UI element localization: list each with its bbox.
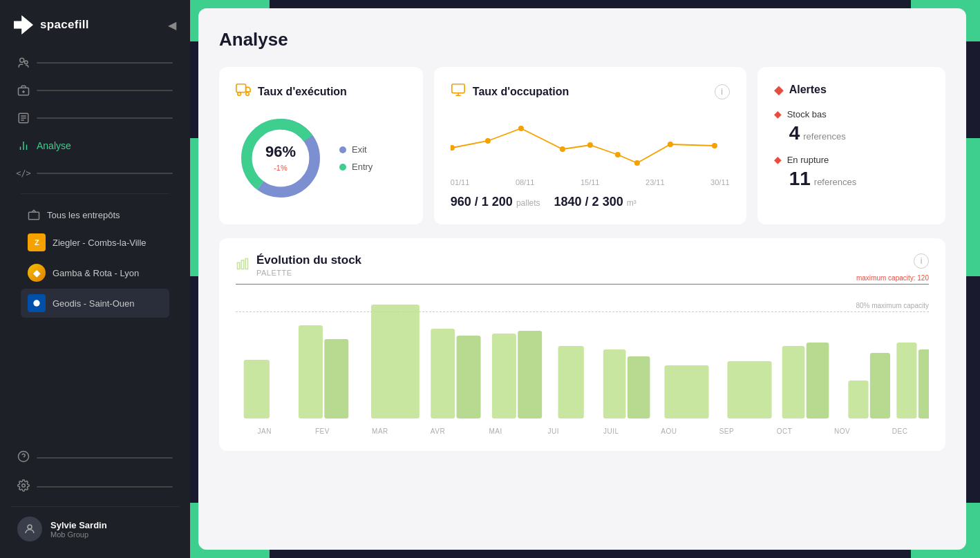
alert-stock-bas-title: Stock bas xyxy=(787,109,827,119)
svg-rect-42 xyxy=(324,339,348,418)
alert-rupture-label: references xyxy=(814,177,856,187)
metric-m3-unit: m³ xyxy=(627,198,637,208)
sidebar: spacefill ◀ Analyse xyxy=(0,0,190,558)
occupation-icon xyxy=(451,82,466,101)
user-company: Mob Group xyxy=(50,530,107,539)
alerts-title: Alertes xyxy=(789,84,827,96)
settings-button[interactable] xyxy=(10,474,180,500)
svg-rect-48 xyxy=(558,346,584,418)
metric-pallets-unit: pallets xyxy=(516,198,540,208)
svg-rect-57 xyxy=(896,343,916,418)
alert-rupture-count: 11 xyxy=(789,168,811,190)
warehouse-geodis-avatar: G xyxy=(28,294,46,312)
donut-change: -1% xyxy=(274,164,288,172)
chart-label-4: 23/11 xyxy=(646,178,665,186)
line-chart-area: 01/11 08/11 15/11 23/11 30/11 960 / 1 20… xyxy=(451,113,730,209)
warehouse-item-ziegler[interactable]: Z Ziegler - Combs-la-Ville xyxy=(21,228,169,257)
occupation-info-button[interactable]: i xyxy=(715,84,730,99)
warehouse-item-gamba[interactable]: ◆ Gamba & Rota - Lyon xyxy=(21,258,169,287)
alert-rupture-title: En rupture xyxy=(787,155,829,165)
svg-rect-44 xyxy=(431,329,455,418)
bar-chart-inner: maximum capacity: 120 80% maximum capaci… xyxy=(236,284,929,422)
analyse-icon xyxy=(17,140,30,152)
entry-label: Entry xyxy=(352,162,373,172)
user-profile[interactable]: Sylvie Sardin Mob Group xyxy=(10,506,180,551)
user-name: Sylvie Sardin xyxy=(50,520,107,530)
sidebar-item-packages[interactable] xyxy=(10,77,180,104)
svg-point-35 xyxy=(668,142,673,147)
alerts-card: ◆ Alertes ◆ Stock bas 4 references ◆ En … xyxy=(757,67,945,224)
svg-rect-53 xyxy=(782,346,805,418)
svg-point-17 xyxy=(22,484,26,488)
packages-icon xyxy=(17,84,30,97)
svg-point-20 xyxy=(238,93,241,96)
svg-rect-51 xyxy=(664,365,708,418)
svg-point-21 xyxy=(246,93,249,96)
donut-legend: Exit Entry xyxy=(339,144,373,172)
collapse-button[interactable]: ◀ xyxy=(168,19,176,32)
alert-rupture-count-row: 11 references xyxy=(774,168,929,190)
max-capacity-line xyxy=(236,284,929,285)
bars-svg xyxy=(236,284,929,422)
svg-rect-55 xyxy=(848,381,868,418)
svg-rect-56 xyxy=(870,353,890,418)
chart-label-5: 30/11 xyxy=(710,178,730,186)
bar-label-oct: OCT xyxy=(755,427,813,435)
warehouse-item-all[interactable]: Tous les entrepôts xyxy=(21,203,169,227)
bar-label-jan: JAN xyxy=(236,427,294,435)
sidebar-item-users[interactable] xyxy=(10,50,180,76)
warehouse-item-geodis[interactable]: G Geodis - Saint-Ouen xyxy=(21,289,169,318)
alerts-icon: ◆ xyxy=(774,82,784,97)
svg-rect-12 xyxy=(29,212,39,220)
metric-pallets-value: 960 / 1 200 pallets xyxy=(451,195,540,209)
alert-rupture-header: ◆ En rupture xyxy=(774,154,929,165)
logo-text: spacefill xyxy=(40,18,89,32)
svg-point-34 xyxy=(634,160,640,166)
donut-center: 96% -1% xyxy=(265,143,296,173)
chart-label-3: 15/11 xyxy=(581,178,600,186)
sidebar-item-api[interactable]: </> xyxy=(10,160,180,186)
help-icon xyxy=(17,450,30,465)
main-content: Analyse Taux d'exécution xyxy=(198,8,966,550)
chart-metrics: 960 / 1 200 pallets 1840 / 2 300 m³ xyxy=(451,195,730,209)
cards-row: Taux d'exécution 96% -1% xyxy=(219,67,945,224)
alert-stock-bas-count-row: 4 references xyxy=(774,122,929,144)
alert-stock-bas-count: 4 xyxy=(789,122,800,144)
svg-point-1 xyxy=(25,61,28,64)
logo-area: spacefill ◀ xyxy=(0,0,190,50)
svg-point-36 xyxy=(712,143,717,148)
svg-rect-45 xyxy=(457,336,481,418)
entry-dot xyxy=(339,164,346,171)
chart-x-labels: 01/11 08/11 15/11 23/11 30/11 xyxy=(451,178,730,186)
stock-chart-icon xyxy=(236,257,249,273)
page-title: Analyse xyxy=(219,29,945,50)
line-chart-svg xyxy=(451,113,730,169)
metric-pallets: 960 / 1 200 pallets xyxy=(451,195,540,209)
svg-point-29 xyxy=(485,138,491,144)
stock-title-block: Évolution du stock PALETTE xyxy=(236,253,361,277)
stock-card: Évolution du stock PALETTE i maximum cap… xyxy=(219,238,945,451)
chart-label-2: 08/11 xyxy=(516,178,535,186)
legend-exit: Exit xyxy=(339,144,373,155)
donut-chart: 96% -1% xyxy=(236,113,326,203)
bar-label-mar: MAR xyxy=(351,427,409,435)
help-button[interactable] xyxy=(10,445,180,471)
warehouse-all-icon xyxy=(28,209,40,221)
occupation-card: Taux d'occupation i xyxy=(434,67,746,224)
bar-label-nov: NOV xyxy=(813,427,871,435)
stock-info-button[interactable]: i xyxy=(914,253,929,269)
svg-rect-37 xyxy=(238,262,240,269)
svg-rect-40 xyxy=(244,360,270,418)
chart-label-1: 01/11 xyxy=(451,178,470,186)
nav-divider xyxy=(21,193,169,194)
svg-rect-19 xyxy=(236,84,246,93)
metric-m3-value: 1840 / 2 300 m³ xyxy=(554,195,637,209)
svg-point-18 xyxy=(28,525,32,529)
sidebar-item-analyse[interactable]: Analyse xyxy=(10,133,180,159)
svg-point-33 xyxy=(615,152,621,157)
docs-icon xyxy=(17,112,30,124)
alert-stock-bas-label: references xyxy=(803,131,845,142)
sidebar-item-docs[interactable] xyxy=(10,105,180,131)
max-capacity-label: maximum capacity: 120 xyxy=(856,274,929,282)
svg-rect-47 xyxy=(518,331,542,418)
